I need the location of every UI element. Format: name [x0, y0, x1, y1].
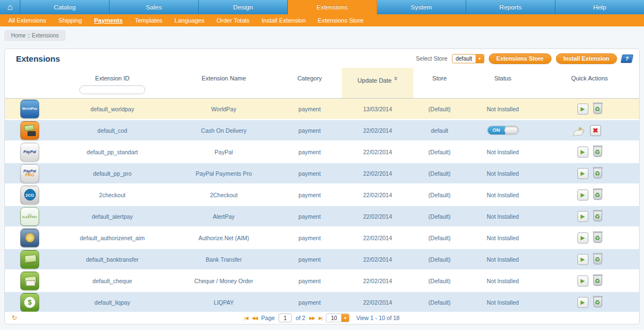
status-cell: Not Installed	[466, 299, 540, 306]
select-store-label: Select Store	[416, 55, 447, 62]
tab-reports[interactable]: Reports	[466, 0, 555, 14]
tab-help[interactable]: Help	[555, 0, 644, 14]
prev-page-icon[interactable]: ◀◀	[252, 316, 257, 321]
extension-name-cell: Cash On Delivery	[170, 127, 277, 134]
subnav-item-extensions-store[interactable]: Extensions Store	[312, 17, 369, 24]
refresh-icon[interactable]: ↻	[12, 314, 17, 322]
update-date-cell: 22/02/2014	[342, 192, 413, 198]
uninstall-icon[interactable]: ♻	[593, 147, 602, 157]
col-extension-name[interactable]: Extension Name	[170, 68, 277, 98]
col-update-date-label: Update Date	[358, 77, 392, 84]
quick-actions-cell: ▶♻	[540, 168, 639, 179]
extension-name-cell: 2Checkout	[170, 192, 277, 198]
uninstall-icon[interactable]: ♻	[593, 254, 602, 264]
table-row: default_authorizenet_aim Authorize.Net (…	[5, 228, 639, 249]
col-store[interactable]: Store	[413, 68, 466, 98]
uninstall-icon[interactable]: ♻	[593, 190, 602, 200]
extension-name-cell: PayPal Payments Pro	[170, 170, 277, 177]
col-category-label: Category	[297, 75, 322, 82]
install-icon[interactable]: ▶	[577, 168, 588, 179]
page-title: Extensions	[16, 54, 60, 63]
home-button[interactable]: ⌂	[0, 0, 20, 14]
subnav-item-languages[interactable]: Languages	[168, 17, 210, 24]
subnav-item-payments[interactable]: Payments	[88, 17, 129, 24]
subnav-item-order-totals[interactable]: Order Totals	[211, 17, 256, 24]
install-icon[interactable]: ▶	[577, 147, 588, 158]
install-icon[interactable]: ▶	[577, 232, 588, 244]
tab-sales[interactable]: Sales	[110, 0, 199, 14]
uninstall-icon[interactable]: ♻	[593, 232, 602, 243]
extension-id-cell: default_worldpay	[54, 106, 170, 112]
status-toggle[interactable]: ON	[487, 126, 519, 135]
next-page-icon[interactable]: ▶▶	[309, 316, 315, 321]
tab-extensions[interactable]: Extensions	[288, 0, 377, 14]
page-input[interactable]	[279, 313, 292, 322]
extension-id-cell: default_cheque	[54, 278, 170, 284]
extension-name-cell: Bank Transfer	[170, 256, 277, 263]
toggle-knob[interactable]	[504, 127, 518, 134]
subnav-item-templates[interactable]: Templates	[129, 17, 168, 24]
sort-icon	[394, 75, 397, 82]
col-quick-actions-label: Quick Actions	[571, 75, 608, 82]
extension-id-filter-input[interactable]	[79, 85, 145, 94]
subnav-item-shipping[interactable]: Shipping	[52, 17, 88, 24]
col-category[interactable]: Category	[277, 68, 342, 98]
quick-actions-cell: ▶♻	[540, 232, 639, 244]
last-page-icon[interactable]: ▶|	[319, 316, 322, 321]
install-icon[interactable]: ▶	[577, 297, 588, 308]
extensions-store-button[interactable]: Extensions Store	[489, 53, 552, 64]
store-select[interactable]: default ▾	[452, 54, 484, 63]
store-cell: (Default)	[413, 278, 466, 284]
status-text: Not Installed	[487, 170, 519, 177]
uninstall-icon[interactable]: ♻	[593, 297, 602, 307]
uninstall-icon[interactable]: ♻	[593, 275, 602, 286]
col-extension-id[interactable]: Extension ID	[54, 68, 170, 98]
help-icon[interactable]: ?	[620, 55, 633, 63]
first-page-icon[interactable]: |◀	[244, 316, 248, 321]
extension-name-cell: AlertPay	[170, 213, 277, 220]
store-cell: (Default)	[413, 106, 466, 112]
col-status[interactable]: Status	[466, 68, 540, 98]
per-page-select[interactable]: 10 ▾	[326, 313, 350, 322]
breadcrumb[interactable]: Home :: Extensions	[4, 30, 66, 41]
edit-icon[interactable]: ✎	[578, 125, 585, 136]
status-cell: Not Installed	[466, 170, 540, 177]
quick-actions-cell: ▶♻	[540, 254, 639, 265]
col-update-date[interactable]: Update Date	[342, 68, 413, 98]
extension-id-cell: default_pp_standart	[54, 149, 170, 155]
uninstall-icon[interactable]: ♻	[593, 168, 602, 178]
install-extension-button[interactable]: Install Extension	[556, 53, 617, 64]
extension-id-cell: default_pp_pro	[54, 170, 170, 177]
tab-system[interactable]: System	[377, 0, 466, 14]
page-label: Page	[261, 315, 275, 321]
view-range-label: View 1 - 10 of 18	[356, 315, 400, 321]
category-cell: payment	[277, 235, 342, 241]
update-date-cell: 22/02/2014	[342, 149, 413, 155]
install-icon[interactable]: ▶	[577, 190, 588, 201]
table-body: WorldPay default_worldpay WorldPay payme…	[5, 99, 639, 313]
install-icon[interactable]: ▶	[577, 275, 588, 286]
tab-catalog[interactable]: Catalog	[20, 0, 110, 14]
extensions-panel: Extensions Select Store default ▾ Extens…	[4, 48, 640, 324]
table-row: default_banktransfer Bank Transfer payme…	[5, 249, 639, 271]
extension-name-cell: Authorize.Net (AIM)	[170, 235, 277, 241]
status-cell: Not Installed	[466, 256, 540, 263]
quick-actions-cell: ▶♻	[540, 211, 639, 222]
status-text: Not Installed	[487, 149, 519, 155]
table-header: Extension ID Extension Name Category Upd…	[5, 68, 639, 99]
uninstall-icon[interactable]: ♻	[593, 104, 602, 114]
subnav-item-all-extensions[interactable]: All Extensions	[2, 17, 52, 24]
install-icon[interactable]: ▶	[577, 104, 588, 115]
uninstall-icon[interactable]: ♻	[593, 211, 602, 221]
store-select-value: default	[452, 56, 476, 62]
tab-design[interactable]: Design	[199, 0, 288, 14]
install-icon[interactable]: ▶	[577, 211, 588, 222]
install-icon[interactable]: ▶	[577, 254, 588, 265]
home-icon: ⌂	[7, 2, 13, 12]
category-cell: payment	[277, 127, 342, 134]
bank-transfer-icon	[20, 250, 39, 269]
subnav-item-install-extension[interactable]: Install Extension	[255, 17, 312, 24]
quick-actions-cell: ▶♻	[540, 297, 639, 308]
delete-icon[interactable]: ✖	[590, 125, 601, 136]
extension-id-cell: default_cod	[54, 127, 170, 134]
